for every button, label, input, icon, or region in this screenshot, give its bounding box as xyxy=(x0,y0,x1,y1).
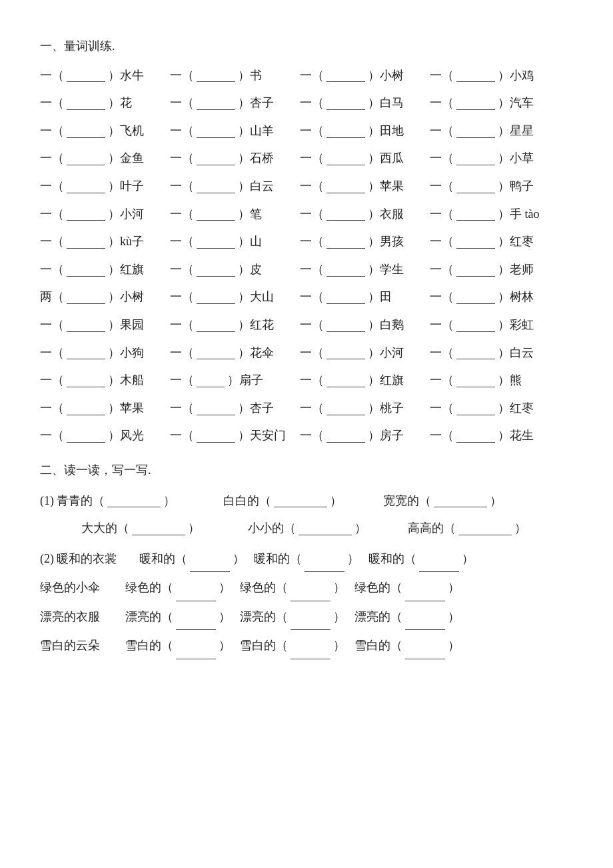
item-12-1: 一（）木船 xyxy=(40,367,163,394)
item-8-1: 一（）红旗 xyxy=(40,257,163,283)
row-13: 一（）苹果 一（）杏子 一（）桃子 一（）红枣 xyxy=(40,395,573,422)
part2-g3-i1: 漂亮的（） xyxy=(125,604,231,631)
row-6: 一（）小河 一（）笔 一（）衣服 一（）手 tào xyxy=(40,201,573,228)
part2-g1-i3: 暖和的（） xyxy=(368,546,474,573)
part1-label: (1) 青青的（） 白白的（） 宽宽的（） 大大的（） 小小的（） 高高的（） xyxy=(40,488,573,542)
item-3-2: 一（）山羊 xyxy=(170,118,293,145)
part2-g3-i3: 漂亮的（） xyxy=(354,604,460,631)
part2-g2-i3: 绿色的（） xyxy=(354,575,460,601)
item-14-3: 一（）房子 xyxy=(300,423,423,449)
item-9-2: 一（）大山 xyxy=(170,284,293,311)
item-7-4: 一（）红枣 xyxy=(430,229,553,255)
part2-g4-i3: 雪白的（） xyxy=(354,633,460,659)
section2-title: 二、读一读，写一写. xyxy=(40,457,573,484)
item-13-1: 一（）苹果 xyxy=(40,395,163,422)
part1-2-1: 大大的（） xyxy=(81,515,228,542)
item-9-1: 两（）小树 xyxy=(40,284,163,311)
item-9-3: 一（）田 xyxy=(300,284,423,311)
part2-group4: 雪白的云朵 雪白的（） 雪白的（） 雪白的（） xyxy=(40,633,573,659)
row-3: 一（）飞机 一（）山羊 一（）田地 一（）星星 xyxy=(40,118,573,145)
item-12-2: 一（）扇子 xyxy=(170,367,293,394)
item-14-1: 一（）风光 xyxy=(40,423,163,449)
part1-1-2: 白白的（） xyxy=(223,488,370,515)
part2-label: (2) 暖和的衣裳 暖和的（） 暖和的（） 暖和的（） 绿色的小伞 绿色的（） … xyxy=(40,546,573,659)
part1-row1: (1) 青青的（） 白白的（） 宽宽的（） xyxy=(40,488,573,515)
item-11-4: 一（）白云 xyxy=(430,340,553,367)
part1-2-3: 高高的（） xyxy=(408,515,554,542)
part2-group3: 漂亮的衣服 漂亮的（） 漂亮的（） 漂亮的（） xyxy=(40,604,573,631)
part2-g4-i1: 雪白的（） xyxy=(125,633,231,659)
item-3-4: 一（）星星 xyxy=(430,118,553,145)
item-6-3: 一（）衣服 xyxy=(300,201,423,228)
row-12: 一（）木船 一（）扇子 一（）红旗 一（）熊 xyxy=(40,367,573,394)
item-7-2: 一（）山 xyxy=(170,229,293,255)
item-10-3: 一（）白鹅 xyxy=(300,312,423,339)
item-3-1: 一（）飞机 xyxy=(40,118,163,145)
item-4-2: 一（）石桥 xyxy=(170,145,293,172)
item-8-2: 一（）皮 xyxy=(170,257,293,283)
item-14-4: 一（）花生 xyxy=(430,423,553,449)
item-11-2: 一（）花伞 xyxy=(170,340,293,367)
row-11: 一（）小狗 一（）花伞 一（）小河 一（）白云 xyxy=(40,340,573,367)
item-2-3: 一（）白马 xyxy=(300,90,423,117)
row-2: 一（）花 一（）杏子 一（）白马 一（）汽车 xyxy=(40,90,573,117)
part2-g3-i2: 漂亮的（） xyxy=(240,604,345,631)
item-4-3: 一（）西瓜 xyxy=(300,145,423,172)
item-2-1: 一（）花 xyxy=(40,90,163,117)
part2-g1-i1: 暖和的（） xyxy=(139,546,245,573)
part1-row2: 大大的（） 小小的（） 高高的（） xyxy=(40,515,573,542)
item-6-2: 一（）笔 xyxy=(170,201,293,228)
item-13-2: 一（）杏子 xyxy=(170,395,293,422)
item-12-4: 一（）熊 xyxy=(430,367,553,394)
item-2-2: 一（）杏子 xyxy=(170,90,293,117)
row-14: 一（）风光 一（）天安门 一（）房子 一（）花生 xyxy=(40,423,573,449)
part1-1-1: 青青的（） xyxy=(57,488,203,515)
row-7: 一（）kù子 一（）山 一（）男孩 一（）红枣 xyxy=(40,229,573,255)
part2-group2: 绿色的小伞 绿色的（） 绿色的（） 绿色的（） xyxy=(40,575,573,601)
part2-group4-base: 雪白的云朵 xyxy=(40,633,116,659)
item-1-1: 一（）水牛 xyxy=(40,63,163,89)
part1-2-2: 小小的（） xyxy=(248,515,394,542)
part2-group1-base: 暖和的衣裳 xyxy=(57,546,130,573)
part2-label-text: (2) xyxy=(40,546,54,573)
part2-g2-i1: 绿色的（） xyxy=(125,575,231,601)
item-6-1: 一（）小河 xyxy=(40,201,163,228)
item-1-4: 一（）小鸡 xyxy=(430,63,553,89)
part2-g2-i2: 绿色的（） xyxy=(240,575,345,601)
item-13-3: 一（）桃子 xyxy=(300,395,423,422)
part1-label-text: (1) xyxy=(40,488,54,515)
item-7-1: 一（）kù子 xyxy=(40,229,163,255)
item-12-3: 一（）红旗 xyxy=(300,367,423,394)
item-1-3: 一（）小树 xyxy=(300,63,423,89)
item-7-3: 一（）男孩 xyxy=(300,229,423,255)
part2-group3-base: 漂亮的衣服 xyxy=(40,604,116,631)
item-5-1: 一（）叶子 xyxy=(40,173,163,200)
item-6-4: 一（）手 tào xyxy=(430,201,553,228)
row-4: 一（）金鱼 一（）石桥 一（）西瓜 一（）小草 xyxy=(40,145,573,172)
item-8-4: 一（）老师 xyxy=(430,257,553,283)
row-1: 一（）水牛 一（）书 一（）小树 一（）小鸡 xyxy=(40,63,573,89)
item-13-4: 一（）红枣 xyxy=(430,395,553,422)
row-8: 一（）红旗 一（）皮 一（）学生 一（）老师 xyxy=(40,257,573,283)
item-10-2: 一（）红花 xyxy=(170,312,293,339)
item-3-3: 一（）田地 xyxy=(300,118,423,145)
item-10-4: 一（）彩虹 xyxy=(430,312,553,339)
section1-title: 一、量词训练. xyxy=(40,33,573,60)
row-10: 一（）果园 一（）红花 一（）白鹅 一（）彩虹 xyxy=(40,312,573,339)
item-5-2: 一（）白云 xyxy=(170,173,293,200)
part2-group2-base: 绿色的小伞 xyxy=(40,575,116,601)
item-9-4: 一（）树林 xyxy=(430,284,553,311)
part1-1-3: 宽宽的（） xyxy=(383,488,530,515)
item-11-1: 一（）小狗 xyxy=(40,340,163,367)
part2-group1: (2) 暖和的衣裳 暖和的（） 暖和的（） 暖和的（） xyxy=(40,546,573,573)
part2-g4-i2: 雪白的（） xyxy=(240,633,345,659)
item-5-4: 一（）鸭子 xyxy=(430,173,553,200)
part2-g1-i2: 暖和的（） xyxy=(254,546,359,573)
item-4-4: 一（）小草 xyxy=(430,145,553,172)
item-2-4: 一（）汽车 xyxy=(430,90,553,117)
item-4-1: 一（）金鱼 xyxy=(40,145,163,172)
item-14-2: 一（）天安门 xyxy=(170,423,293,449)
item-10-1: 一（）果园 xyxy=(40,312,163,339)
item-5-3: 一（）苹果 xyxy=(300,173,423,200)
item-1-2: 一（）书 xyxy=(170,63,293,89)
